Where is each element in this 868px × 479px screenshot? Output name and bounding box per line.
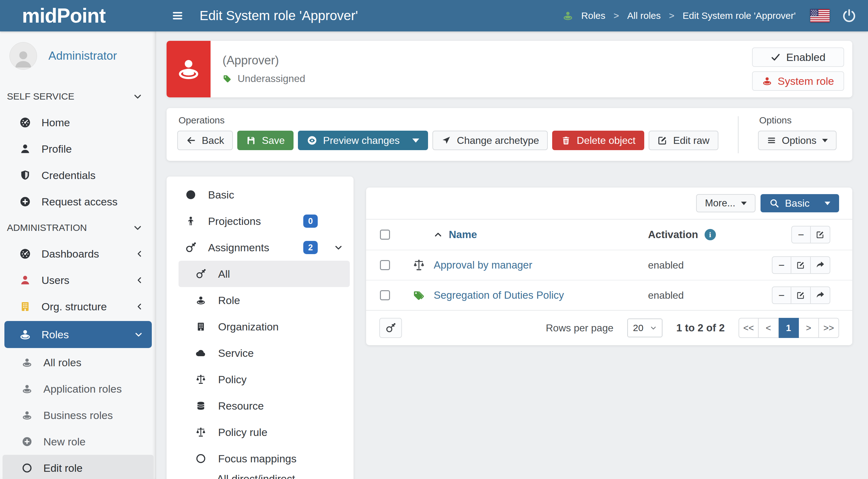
- details-tab-projections[interactable]: Projections 0: [166, 208, 353, 234]
- new-assignment-button[interactable]: [379, 318, 402, 338]
- details-tab-assignments[interactable]: Assignments 2: [166, 234, 353, 261]
- section-administration[interactable]: ADMINISTRATION: [0, 215, 156, 241]
- assignment-link[interactable]: Approval by manager: [434, 259, 648, 271]
- row-checkbox[interactable]: [380, 260, 390, 270]
- person-icon: [18, 143, 32, 155]
- page-last-button[interactable]: >>: [819, 318, 839, 338]
- unassign-button[interactable]: −: [772, 256, 791, 274]
- options-button[interactable]: Options: [758, 131, 837, 150]
- role-icon: [20, 410, 34, 421]
- preview-changes-button[interactable]: Preview changes: [298, 131, 428, 150]
- row-checkbox[interactable]: [380, 290, 390, 300]
- save-button[interactable]: Save: [237, 131, 293, 150]
- details-tab-assignments-all[interactable]: All: [179, 261, 350, 287]
- operations-label: Operations: [179, 115, 718, 126]
- avatar[interactable]: [9, 42, 37, 70]
- breadcrumb-separator: >: [614, 10, 619, 21]
- edit-button[interactable]: [791, 286, 811, 304]
- sidebar-item-profile[interactable]: Profile: [0, 136, 156, 162]
- sidebar-item-home[interactable]: Home: [0, 109, 156, 136]
- details-tab-role[interactable]: Role: [166, 287, 353, 314]
- sidebar-item-application-roles[interactable]: Application roles: [0, 376, 156, 402]
- locale-flag-us[interactable]: [810, 9, 830, 22]
- page-first-button[interactable]: <<: [739, 318, 758, 338]
- logout-power-icon[interactable]: [842, 8, 857, 23]
- search-icon: [769, 198, 779, 208]
- details-tab-basic[interactable]: Basic: [166, 182, 353, 208]
- midpoint-logo[interactable]: midPoint: [0, 4, 156, 27]
- caret-down-icon[interactable]: [412, 138, 419, 142]
- options-label: Options: [759, 115, 837, 126]
- section-label: ADMINISTRATION: [7, 222, 87, 233]
- role-tile: [166, 41, 211, 97]
- info-icon[interactable]: i: [705, 229, 716, 240]
- page-1-button[interactable]: 1: [779, 318, 799, 338]
- sidebar-item-new-role[interactable]: New role: [0, 428, 156, 455]
- sidebar-item-label: Home: [41, 117, 70, 129]
- edit-all-button[interactable]: [811, 226, 830, 244]
- change-archetype-button[interactable]: Change archetype: [432, 131, 548, 150]
- sidebar-item-label: Edit role: [43, 462, 83, 474]
- navigate-button[interactable]: [811, 286, 830, 304]
- sidebar-item-users[interactable]: Users: [0, 267, 156, 293]
- sidebar-item-label: Org. structure: [41, 300, 107, 313]
- edit-raw-button[interactable]: Edit raw: [649, 131, 718, 150]
- details-tab-organization[interactable]: Organization: [166, 314, 353, 340]
- type-badge-system-role[interactable]: System role: [752, 71, 844, 91]
- sidebar-item-credentials[interactable]: Credentials: [0, 162, 156, 188]
- details-tab-focus-mappings[interactable]: Focus mappings: [166, 445, 353, 472]
- sidebar-item-roles[interactable]: Roles: [4, 321, 152, 348]
- role-icon: [18, 328, 32, 341]
- rows-per-page-select[interactable]: 20: [627, 319, 662, 337]
- sidebar-item-org-structure[interactable]: Org. structure: [0, 293, 156, 320]
- sidebar-item-label: All roles: [43, 356, 82, 369]
- sidebar-item-dashboards[interactable]: Dashboards: [0, 241, 156, 267]
- select-all-checkbox[interactable]: [380, 230, 390, 240]
- role-icon: [762, 76, 772, 86]
- column-header-name[interactable]: Name: [434, 229, 648, 241]
- chevron-down-icon: [133, 92, 142, 101]
- more-filters-button[interactable]: More...: [696, 194, 755, 212]
- page-prev-button[interactable]: <: [758, 318, 779, 338]
- sidebar-item-label: New role: [43, 436, 86, 448]
- pagination-count: 1 to 2 of 2: [676, 322, 725, 334]
- breadcrumb-separator: >: [669, 10, 675, 21]
- delete-object-button[interactable]: Delete object: [552, 131, 644, 150]
- navigate-button[interactable]: [811, 256, 830, 274]
- page-next-button[interactable]: >: [799, 318, 819, 338]
- table-footer: Rows per page 20 1 to 2 of 2 << < 1 > >>: [366, 310, 852, 345]
- collapse-all-button[interactable]: −: [791, 226, 811, 244]
- shield-icon: [18, 170, 32, 181]
- caret-down-icon[interactable]: [825, 202, 830, 205]
- search-mode-button[interactable]: Basic: [761, 194, 839, 212]
- details-tab-policy[interactable]: Policy: [166, 366, 353, 393]
- menu-toggle-icon[interactable]: [171, 9, 184, 22]
- details-tab-resource[interactable]: Resource: [166, 393, 353, 419]
- details-tab-label: All: [218, 268, 230, 280]
- chevron-down-icon[interactable]: [329, 243, 343, 252]
- sidebar-item-business-roles[interactable]: Business roles: [0, 402, 156, 428]
- sidebar-item-all-roles[interactable]: All roles: [0, 349, 156, 376]
- edit-button[interactable]: [791, 256, 811, 274]
- status-badge-enabled[interactable]: Enabled: [752, 47, 844, 67]
- assignment-link[interactable]: Segregation of Duties Policy: [434, 289, 648, 301]
- section-self-service[interactable]: SELF SERVICE: [0, 84, 156, 109]
- sidebar-item-request-access[interactable]: Request access: [0, 188, 156, 215]
- details-tab-policy-rule[interactable]: Policy rule: [166, 419, 353, 445]
- details-tab-service[interactable]: Service: [166, 340, 353, 366]
- plus-circle-icon: [18, 196, 32, 207]
- building-icon: [18, 301, 32, 312]
- edit-raw-label: Edit raw: [673, 135, 710, 147]
- chevron-down-icon: [134, 330, 143, 339]
- summary-tag-label: Underassigned: [238, 73, 305, 85]
- back-button[interactable]: Back: [177, 131, 233, 150]
- unassign-button[interactable]: −: [772, 286, 791, 304]
- preview-eye-icon: [307, 135, 317, 146]
- sidebar-item-edit-role[interactable]: Edit role: [2, 455, 154, 479]
- change-archetype-label: Change archetype: [457, 135, 539, 147]
- breadcrumb-roles[interactable]: Roles: [581, 10, 606, 21]
- user-name[interactable]: Administrator: [49, 49, 117, 63]
- details-tab-all-direct-indirect[interactable]: All direct/indirect assignments: [166, 472, 353, 479]
- assignment-icon: [194, 268, 208, 279]
- breadcrumb-all-roles[interactable]: All roles: [627, 10, 661, 21]
